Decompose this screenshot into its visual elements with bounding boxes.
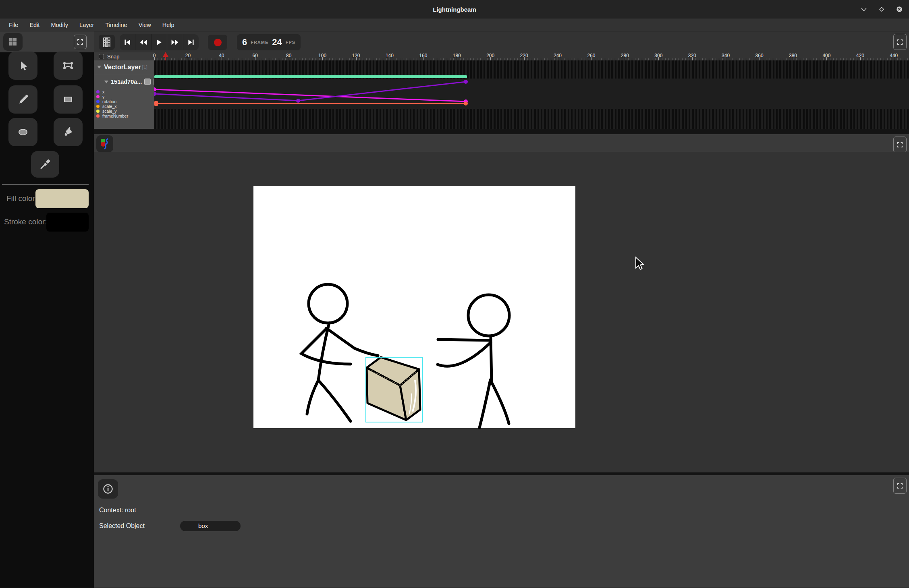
skip-to-end-button[interactable] bbox=[183, 34, 199, 50]
property-name: x bbox=[102, 89, 104, 94]
rewind-button[interactable] bbox=[135, 34, 151, 50]
rectangle-icon bbox=[62, 93, 75, 106]
selected-object-input[interactable]: box bbox=[180, 521, 241, 531]
ruler-label: 60 bbox=[253, 53, 258, 58]
expand-icon bbox=[897, 39, 903, 46]
select-tool-button[interactable] bbox=[8, 52, 37, 80]
shapes-button[interactable] bbox=[96, 135, 113, 152]
keyframe-marker[interactable] bbox=[296, 99, 300, 103]
ruler-label: 40 bbox=[219, 53, 224, 58]
ruler-label: 0 bbox=[153, 53, 156, 58]
pencil-tool-button[interactable] bbox=[8, 85, 37, 114]
eyedropper-tool-button[interactable] bbox=[31, 151, 59, 178]
fast-forward-button[interactable] bbox=[167, 34, 183, 50]
property-scale_x[interactable]: scale_x bbox=[94, 104, 154, 109]
playhead[interactable] bbox=[163, 52, 168, 60]
playhead-arrow-icon bbox=[163, 52, 168, 57]
rectangle-tool-button[interactable] bbox=[54, 85, 83, 114]
timeline-panel: 6 FRAME 24 FPS Snap bbox=[94, 31, 909, 133]
menu-timeline[interactable]: Timeline bbox=[101, 21, 131, 29]
keyframe-curve-area[interactable] bbox=[154, 79, 909, 109]
collapse-triangle-icon[interactable] bbox=[97, 66, 101, 68]
timeline-ruler[interactable]: 0204060801001201401601802002202402602803… bbox=[154, 52, 909, 60]
ruler-label: 80 bbox=[286, 53, 291, 58]
property-rotation[interactable]: rotation bbox=[94, 99, 154, 104]
menu-edit[interactable]: Edit bbox=[25, 21, 44, 29]
frames-band[interactable] bbox=[154, 60, 909, 79]
snap-checkbox[interactable] bbox=[99, 54, 104, 59]
keyframe-color-dot bbox=[96, 114, 100, 118]
maximize-icon[interactable] bbox=[878, 5, 886, 13]
stroke-color-swatch[interactable] bbox=[46, 213, 89, 232]
sublayer-row[interactable]: 151ad70a... ~ bbox=[94, 77, 154, 87]
property-name: frameNumber bbox=[102, 114, 128, 118]
grid-icon bbox=[8, 37, 17, 46]
layer-row-vectorlayer[interactable]: VectorLayer [L] bbox=[94, 60, 154, 74]
ellipse-tool-button[interactable] bbox=[8, 118, 37, 146]
selected-object-label: Selected Object bbox=[99, 522, 145, 530]
tools-expand-button[interactable] bbox=[74, 35, 87, 49]
layer-span-bar[interactable] bbox=[154, 75, 467, 78]
window-controls bbox=[860, 0, 903, 19]
tools-panel-header bbox=[0, 31, 94, 52]
info-button[interactable] bbox=[98, 479, 118, 499]
keyframe-color-dot bbox=[96, 95, 100, 98]
canvas-panel bbox=[94, 134, 909, 472]
shapes-icon bbox=[100, 138, 110, 149]
keyframe-color-dot bbox=[96, 110, 100, 113]
skip-to-start-button[interactable] bbox=[120, 34, 135, 50]
status-expand-button[interactable] bbox=[893, 478, 907, 494]
menu-view[interactable]: View bbox=[135, 21, 155, 29]
keyframe-marker[interactable] bbox=[464, 101, 468, 106]
fill-color-swatch[interactable] bbox=[35, 189, 89, 208]
frame-fps-display: 6 FRAME 24 FPS bbox=[237, 34, 301, 50]
keyframe-color-dot bbox=[96, 100, 100, 103]
ruler-label: 100 bbox=[318, 53, 326, 58]
ruler-label: 20 bbox=[185, 53, 191, 58]
frame-value: 6 bbox=[242, 37, 247, 48]
paint-bucket-tool-button[interactable] bbox=[54, 118, 83, 146]
canvas-area[interactable] bbox=[94, 152, 909, 472]
property-y[interactable]: y bbox=[94, 94, 154, 99]
minimize-icon[interactable] bbox=[860, 5, 868, 13]
menu-layer[interactable]: Layer bbox=[75, 21, 98, 29]
menu-modify[interactable]: Modify bbox=[47, 21, 72, 29]
property-x[interactable]: x bbox=[94, 89, 154, 94]
menu-help[interactable]: Help bbox=[158, 21, 178, 29]
transport-bar: 6 FRAME 24 FPS bbox=[94, 31, 909, 52]
property-scale_y[interactable]: scale_y bbox=[94, 109, 154, 114]
panel-gap bbox=[94, 129, 154, 133]
record-button[interactable] bbox=[208, 35, 227, 50]
panel-grid-button[interactable] bbox=[3, 33, 23, 51]
property-list: xyrotationscale_xscale_yframeNumber bbox=[94, 89, 154, 118]
sublayer-swatch-button[interactable] bbox=[144, 79, 151, 85]
timeline-expand-button[interactable] bbox=[893, 34, 907, 50]
paint-bucket-icon bbox=[62, 126, 75, 139]
status-panel: Context: root Selected Object box bbox=[94, 475, 909, 588]
keyframe-marker[interactable] bbox=[464, 80, 468, 84]
keyframe-marker[interactable] bbox=[154, 92, 156, 96]
menu-file[interactable]: File bbox=[5, 21, 22, 29]
ellipse-icon bbox=[17, 126, 29, 139]
ruler-label: 220 bbox=[520, 53, 528, 58]
keyframe-color-dot bbox=[96, 90, 100, 93]
keyframe-marker[interactable] bbox=[154, 87, 156, 91]
close-icon[interactable] bbox=[895, 5, 903, 13]
fps-unit-label: FPS bbox=[286, 40, 295, 45]
ruler-label: 380 bbox=[789, 53, 797, 58]
expand-icon bbox=[897, 141, 903, 148]
info-icon bbox=[103, 484, 113, 494]
property-frameNumber[interactable]: frameNumber bbox=[94, 114, 154, 118]
context-label: Context: root bbox=[99, 507, 136, 514]
keyframe-marker[interactable] bbox=[154, 101, 158, 106]
collapse-triangle-icon[interactable] bbox=[104, 81, 108, 83]
animation-stage[interactable] bbox=[94, 152, 909, 472]
frame-unit-label: FRAME bbox=[251, 40, 268, 45]
ruler-label: 340 bbox=[722, 53, 730, 58]
frames-band[interactable] bbox=[154, 109, 909, 129]
playback-controls bbox=[120, 34, 199, 50]
play-button[interactable] bbox=[152, 34, 167, 50]
canvas-expand-button[interactable] bbox=[893, 137, 907, 153]
film-button[interactable] bbox=[99, 35, 115, 50]
transform-tool-button[interactable] bbox=[54, 52, 83, 80]
